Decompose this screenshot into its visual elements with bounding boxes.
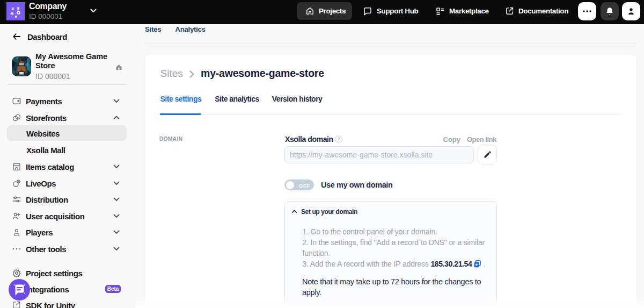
svg-text:?: ? bbox=[337, 136, 340, 142]
svg-text:x: x bbox=[12, 6, 14, 11]
svg-text:s: s bbox=[17, 5, 20, 11]
